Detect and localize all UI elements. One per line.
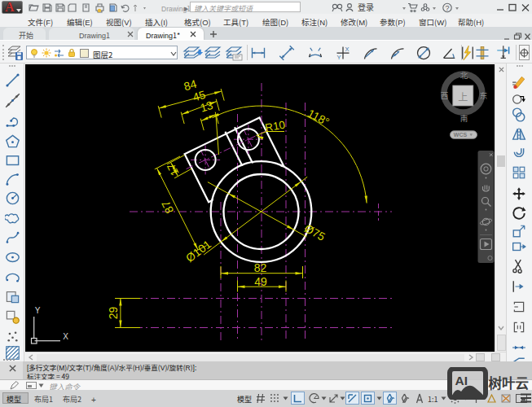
svg-text:树叶云: 树叶云 [489, 373, 530, 392]
svg-text:南: 南 [460, 112, 468, 124]
svg-text:82: 82 [254, 261, 267, 274]
svg-text:X: X [345, 46, 350, 53]
svg-text:29: 29 [107, 307, 120, 320]
svg-text:?: ? [446, 4, 450, 12]
svg-text:上: 上 [458, 90, 468, 103]
svg-text:Ø101: Ø101 [183, 238, 213, 265]
svg-text:东: 东 [480, 90, 488, 101]
svg-text:AI: AI [455, 374, 468, 387]
svg-text:13: 13 [199, 98, 215, 115]
svg-text:登录: 登录 [358, 2, 374, 13]
svg-text:Ø75: Ø75 [302, 221, 328, 243]
svg-text:北: 北 [460, 69, 468, 81]
svg-text:Y: Y [337, 54, 341, 61]
svg-text:118°: 118° [306, 107, 332, 129]
svg-text:WCS: WCS [454, 132, 468, 138]
svg-text:49: 49 [254, 275, 267, 288]
svg-text:X: X [63, 332, 68, 341]
svg-text:Y: Y [35, 306, 41, 315]
svg-text:西: 西 [441, 90, 449, 101]
